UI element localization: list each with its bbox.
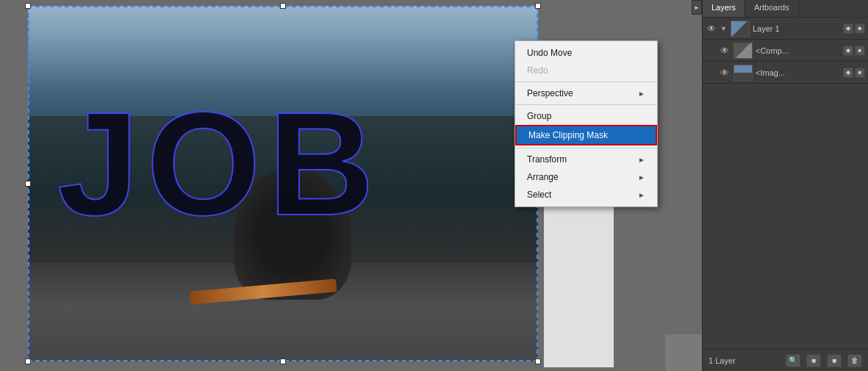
- handle-top-right[interactable]: [535, 3, 541, 9]
- layer-icons-layer1: ◆ ■: [843, 24, 865, 34]
- layers-panel: Layers Artboards 👁 ▼ Layer 1 ◆ ■ 👁: [702, 0, 868, 371]
- white-area: [544, 206, 614, 367]
- layers-list: 👁 ▼ Layer 1 ◆ ■ 👁 <Comp... ◆ ■: [703, 18, 868, 84]
- layer-lock-btn-layer1[interactable]: ■: [855, 24, 865, 34]
- panel-tabs: Layers Artboards: [703, 0, 868, 18]
- layer-icons-comp: ◆ ■: [843, 46, 865, 56]
- layer-lock-btn-img[interactable]: ■: [855, 68, 865, 78]
- separator-2: [515, 104, 657, 105]
- separator-3: [515, 148, 657, 148]
- artwork-image: JOB: [28, 6, 538, 361]
- eye-icon-layer1[interactable]: 👁: [706, 23, 717, 35]
- layer-row-img[interactable]: 👁 <Imag... ◆ ■: [703, 62, 868, 84]
- arrange-arrow: ►: [638, 173, 645, 181]
- menu-item-undo-move[interactable]: Undo Move: [515, 44, 657, 62]
- layer-thumb-img: [734, 65, 753, 81]
- layer-arrow-layer1[interactable]: ▼: [720, 25, 728, 32]
- handle-bot-left[interactable]: [25, 359, 31, 364]
- handle-bot-center[interactable]: [280, 359, 286, 364]
- collapse-panel-button[interactable]: ►: [692, 0, 702, 15]
- menu-item-redo[interactable]: Redo: [515, 62, 657, 79]
- handle-mid-left[interactable]: [25, 181, 31, 187]
- menu-item-arrange[interactable]: Arrange ►: [515, 168, 657, 186]
- handle-top-left[interactable]: [25, 3, 31, 9]
- separator-1: [515, 82, 657, 82]
- tab-layers[interactable]: Layers: [703, 0, 745, 17]
- layer-visibility-btn-comp[interactable]: ◆: [843, 46, 853, 56]
- select-arrow: ►: [638, 191, 645, 199]
- layer-icons-img: ◆ ■: [843, 68, 865, 78]
- menu-item-perspective[interactable]: Perspective ►: [515, 84, 657, 102]
- panel-footer: 1 Layer 🔍 ■ ■ 🗑: [703, 349, 868, 371]
- eye-icon-img[interactable]: 👁: [719, 67, 731, 79]
- layer-count-text: 1 Layer: [709, 356, 780, 365]
- panel-action-btn-2[interactable]: ■: [827, 354, 842, 367]
- context-menu: Undo Move Redo Perspective ► Group Make …: [514, 40, 658, 207]
- layer-thumb-comp: [734, 43, 753, 59]
- menu-item-group[interactable]: Group: [515, 107, 657, 125]
- layer-thumb-layer1: [731, 21, 750, 37]
- menu-item-transform[interactable]: Transform ►: [515, 151, 657, 168]
- menu-item-select[interactable]: Select ►: [515, 186, 657, 203]
- layer-name-img: <Imag...: [756, 68, 840, 77]
- panel-action-btn-1[interactable]: ■: [806, 354, 821, 367]
- canvas-area: JOB Undo Move Redo Perspective ► Grou: [0, 0, 702, 371]
- panel-delete-btn[interactable]: 🗑: [847, 354, 862, 367]
- tab-artboards[interactable]: Artboards: [745, 0, 799, 17]
- layer-row-layer1[interactable]: 👁 ▼ Layer 1 ◆ ■: [703, 18, 868, 40]
- layer-name-layer1: Layer 1: [753, 24, 840, 33]
- handle-bot-right[interactable]: [535, 359, 541, 364]
- layer-row-comp[interactable]: 👁 <Comp... ◆ ■: [703, 40, 868, 62]
- search-layers-btn[interactable]: 🔍: [786, 354, 800, 367]
- menu-item-make-clipping-mask[interactable]: Make Clipping Mask: [515, 125, 657, 145]
- layer-name-comp: <Comp...: [756, 46, 840, 55]
- layer-visibility-btn-layer1[interactable]: ◆: [843, 24, 853, 34]
- eye-icon-comp[interactable]: 👁: [719, 45, 731, 57]
- transform-arrow: ►: [638, 156, 645, 164]
- canvas-wrapper: JOB: [28, 6, 538, 361]
- perspective-arrow: ►: [638, 90, 645, 98]
- layer-visibility-btn-img[interactable]: ◆: [843, 68, 853, 78]
- bottom-right-square: [665, 334, 702, 371]
- handle-top-center[interactable]: [280, 3, 286, 9]
- job-text: JOB: [57, 79, 381, 248]
- layer-lock-btn-comp[interactable]: ■: [855, 46, 865, 56]
